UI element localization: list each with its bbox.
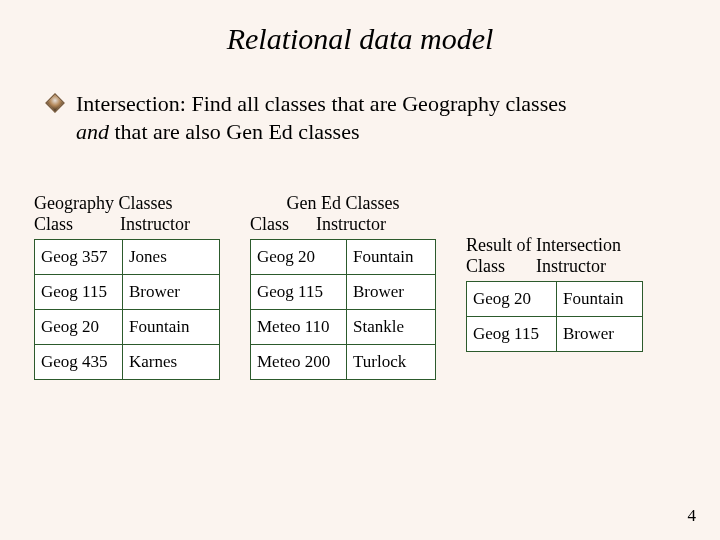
gened-table-head: Class Instructor (250, 214, 436, 235)
geography-table-block: Geography Classes Class Instructor Geog … (34, 193, 220, 380)
cell-class: Meteo 200 (251, 345, 347, 379)
slide: Relational data model Intersection: Find… (0, 0, 720, 540)
table-row: Geog 435 Karnes (35, 344, 219, 379)
cell-instructor: Fountain (123, 310, 213, 344)
geography-table-title: Geography Classes (34, 193, 220, 214)
cell-class: Geog 115 (251, 275, 347, 309)
cell-class: Geog 435 (35, 345, 123, 379)
cell-instructor: Brower (123, 275, 213, 309)
bullet-item: Intersection: Find all classes that are … (48, 90, 672, 145)
result-table-block: Result of Intersection Class Instructor … (466, 235, 643, 352)
cell-instructor: Brower (347, 275, 435, 309)
cell-class: Meteo 110 (251, 310, 347, 344)
table-row: Geog 20 Fountain (467, 282, 642, 316)
col-header-class: Class (250, 214, 316, 235)
geography-table-head: Class Instructor (34, 214, 220, 235)
cell-instructor: Turlock (347, 345, 435, 379)
gened-table-body: Geog 20 Fountain Geog 115 Brower Meteo 1… (250, 239, 436, 380)
cell-instructor: Jones (123, 240, 213, 274)
slide-title: Relational data model (0, 0, 720, 66)
cell-instructor: Brower (557, 317, 642, 351)
table-row: Geog 115 Brower (35, 274, 219, 309)
col-header-instructor: Instructor (316, 214, 416, 235)
table-row: Geog 20 Fountain (251, 240, 435, 274)
table-row: Geog 357 Jones (35, 240, 219, 274)
gened-table-block: Gen Ed Classes Class Instructor Geog 20 … (250, 193, 436, 380)
table-row: Meteo 200 Turlock (251, 344, 435, 379)
cell-class: Geog 357 (35, 240, 123, 274)
bullet-and-word: and (76, 119, 109, 144)
table-row: Geog 115 Brower (467, 316, 642, 351)
cell-class: Geog 20 (35, 310, 123, 344)
table-row: Geog 115 Brower (251, 274, 435, 309)
bullet-line1: Intersection: Find all classes that are … (76, 91, 567, 116)
col-header-class: Class (34, 214, 120, 235)
gened-table-title: Gen Ed Classes (250, 193, 436, 214)
cell-class: Geog 115 (467, 317, 557, 351)
result-table-body: Geog 20 Fountain Geog 115 Brower (466, 281, 643, 352)
page-number: 4 (688, 506, 697, 526)
diamond-bullet-icon (45, 93, 65, 113)
col-header-instructor: Instructor (536, 256, 636, 277)
cell-instructor: Fountain (557, 282, 642, 316)
bullet-line2: that are also Gen Ed classes (109, 119, 359, 144)
table-row: Meteo 110 Stankle (251, 309, 435, 344)
cell-instructor: Karnes (123, 345, 213, 379)
col-header-instructor: Instructor (120, 214, 220, 235)
geography-table-body: Geog 357 Jones Geog 115 Brower Geog 20 F… (34, 239, 220, 380)
cell-class: Geog 20 (467, 282, 557, 316)
tables-area: Geography Classes Class Instructor Geog … (34, 193, 686, 380)
bullet-text: Intersection: Find all classes that are … (76, 90, 567, 145)
result-table-title: Result of Intersection (466, 235, 643, 256)
bullet-area: Intersection: Find all classes that are … (48, 90, 672, 145)
cell-class: Geog 115 (35, 275, 123, 309)
col-header-class: Class (466, 256, 536, 277)
table-row: Geog 20 Fountain (35, 309, 219, 344)
cell-instructor: Stankle (347, 310, 435, 344)
cell-instructor: Fountain (347, 240, 435, 274)
result-table-head: Class Instructor (466, 256, 643, 277)
cell-class: Geog 20 (251, 240, 347, 274)
